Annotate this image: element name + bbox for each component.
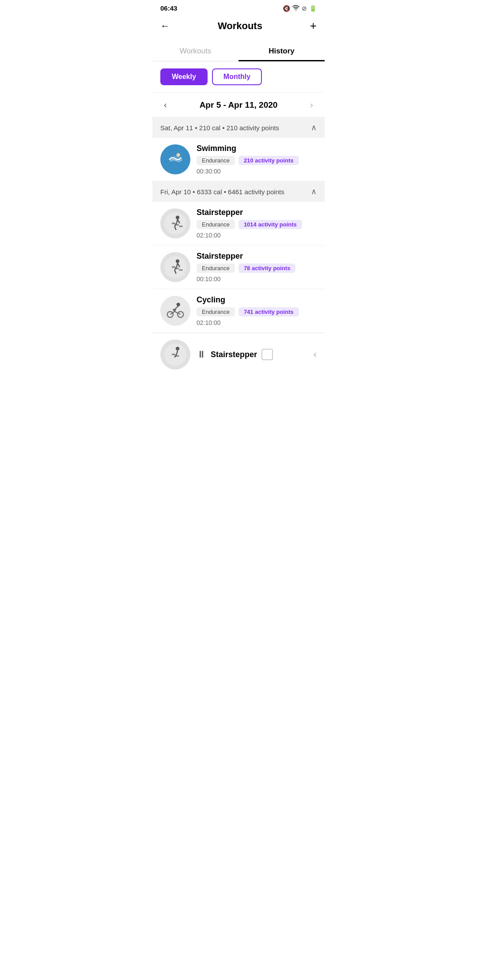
endurance-tag-swimming: Endurance [197,156,235,165]
svg-rect-17 [179,269,182,271]
svg-line-36 [177,351,178,354]
workout-name-swimming: Swimming [197,144,317,153]
points-tag-cycling: 741 activity points [238,307,299,317]
endurance-tag-cycling: Endurance [197,307,235,317]
page-title: Workouts [218,20,262,32]
workout-item-stairstepper-2[interactable]: Stairstepper Endurance 78 activity point… [152,245,325,289]
wifi-icon [292,4,299,12]
tab-history[interactable]: History [238,41,325,61]
page-header: ← Workouts + [152,15,325,41]
svg-rect-15 [172,266,175,268]
pause-icon: ⏸ [197,349,206,360]
day-section-fri-apr-10[interactable]: Fri, Apr 10 • 6333 cal • 6461 activity p… [152,181,325,202]
endurance-tag-stairstepper-1: Endurance [197,220,235,229]
workout-item-cycling[interactable]: Cycling Endurance 741 activity points 02… [152,289,325,333]
day-header-fri-text: Fri, Apr 10 • 6333 cal • 6461 activity p… [160,188,284,196]
back-button[interactable]: ← [160,20,170,32]
workout-info-cycling: Cycling Endurance 741 activity points 02… [197,295,317,326]
monthly-filter-button[interactable]: Monthly [212,68,262,85]
workout-name-stairstepper-2: Stairstepper [197,252,317,261]
status-icons: 🔇 ⊘ 🔋 [283,4,317,12]
svg-rect-8 [179,226,182,227]
points-tag-stairstepper-1: 1014 activity points [238,220,302,229]
day-collapse-fri-icon[interactable]: ∧ [311,187,317,196]
endurance-tag-stairstepper-2: Endurance [197,264,235,273]
dnd-icon: ⊘ [302,5,307,12]
svg-rect-34 [172,354,175,355]
partial-info: ⏸ Stairstepper ‹ [197,349,317,360]
workout-avatar-swimming [160,144,190,174]
muted-icon: 🔇 [283,5,290,12]
add-button[interactable]: + [310,19,317,33]
duration-cycling: 02:10:00 [197,319,317,326]
workout-avatar-stairstepper-partial [160,339,190,369]
workout-tags-stairstepper-1: Endurance 1014 activity points [197,220,317,229]
tab-bar: Workouts History [152,41,325,61]
workout-avatar-cycling [160,296,190,326]
date-range-label: Apr 5 - Apr 11, 2020 [200,100,278,110]
workout-name-stairstepper-1: Stairstepper [197,208,317,217]
workout-item-swimming[interactable]: Swimming Endurance 210 activity points 0… [152,138,325,181]
workout-item-stairstepper-1[interactable]: Stairstepper Endurance 1014 activity poi… [152,202,325,245]
svg-point-33 [176,347,179,351]
filter-row: Weekly Monthly [152,61,325,92]
duration-swimming: 00:30:00 [197,168,317,175]
date-nav: ‹ Apr 5 - Apr 11, 2020 › [152,92,325,117]
workout-name-cycling: Cycling [197,295,317,305]
svg-point-23 [177,303,180,306]
weekly-filter-button[interactable]: Weekly [160,68,208,85]
svg-point-3 [177,153,180,157]
workout-info-stairstepper-1: Stairstepper Endurance 1014 activity poi… [197,208,317,239]
duration-stairstepper-2: 00:10:00 [197,275,317,283]
svg-point-14 [176,260,179,263]
workout-avatar-stairstepper-2 [160,252,190,282]
workout-tags-stairstepper-2: Endurance 78 activity points [197,264,317,273]
workout-avatar-stairstepper-1 [160,208,190,238]
next-date-button[interactable]: › [307,98,317,112]
points-tag-swimming: 210 activity points [238,156,299,165]
duration-stairstepper-1: 02:10:00 [197,232,317,239]
svg-point-5 [176,216,179,219]
prev-date-button[interactable]: ‹ [160,98,170,112]
workout-info-swimming: Swimming Endurance 210 activity points 0… [197,144,317,175]
partial-workout-name: Stairstepper [211,350,257,359]
battery-icon: 🔋 [309,5,317,12]
points-tag-stairstepper-2: 78 activity points [238,264,295,273]
workout-tags-swimming: Endurance 210 activity points [197,156,317,165]
svg-rect-6 [172,222,175,224]
status-bar: 06:43 🔇 ⊘ 🔋 [152,0,325,15]
tab-workouts[interactable]: Workouts [152,41,238,61]
status-time: 06:43 [160,4,177,12]
back-partial-icon[interactable]: ‹ [314,349,317,360]
day-collapse-sat-icon[interactable]: ∧ [311,123,317,132]
day-section-sat-apr-11[interactable]: Sat, Apr 11 • 210 cal • 210 activity poi… [152,117,325,138]
workout-item-stairstepper-partial[interactable]: ⏸ Stairstepper ‹ [152,333,325,376]
workout-info-stairstepper-2: Stairstepper Endurance 78 activity point… [197,252,317,283]
checkbox-icon[interactable] [261,349,273,360]
svg-point-0 [295,10,296,11]
day-header-sat-text: Sat, Apr 11 • 210 cal • 210 activity poi… [160,124,279,132]
workout-tags-cycling: Endurance 741 activity points [197,307,317,317]
